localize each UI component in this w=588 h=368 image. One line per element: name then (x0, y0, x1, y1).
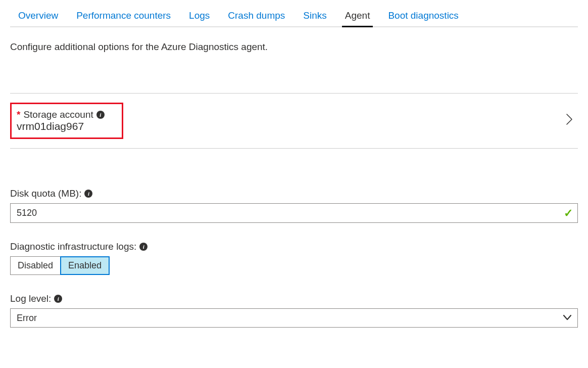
info-icon[interactable]: i (139, 243, 148, 251)
storage-account-label-line: * Storage account i (17, 109, 105, 120)
disk-quota-label: Disk quota (MB): (10, 188, 81, 199)
chevron-right-icon (566, 113, 573, 129)
info-icon[interactable]: i (54, 295, 62, 303)
tab-boot-diagnostics[interactable]: Boot diagnostics (388, 10, 458, 21)
page-description: Configure additional options for the Azu… (10, 41, 578, 53)
info-icon[interactable]: i (96, 111, 105, 119)
tablist: Overview Performance counters Logs Crash… (10, 10, 578, 27)
valid-check-icon: ✓ (564, 207, 573, 220)
diagnostic-logs-field: Diagnostic infrastructure logs: i Disabl… (10, 241, 578, 275)
disk-quota-input[interactable] (10, 203, 578, 223)
storage-account-label: Storage account (23, 109, 93, 120)
log-level-select[interactable]: Error (10, 308, 578, 328)
storage-highlight-box: * Storage account i vrm01diag967 (10, 103, 123, 139)
tab-performance-counters[interactable]: Performance counters (76, 10, 171, 21)
log-level-field: Log level: i Error (10, 293, 578, 328)
info-icon[interactable]: i (84, 190, 92, 198)
diagnostic-logs-label: Diagnostic infrastructure logs: (10, 241, 136, 252)
required-asterisk: * (17, 109, 20, 120)
storage-account-value: vrm01diag967 (17, 120, 105, 132)
tab-sinks[interactable]: Sinks (303, 10, 326, 21)
tab-overview[interactable]: Overview (18, 10, 58, 21)
log-level-label: Log level: (10, 293, 51, 304)
diagnostic-logs-toggle: Disabled Enabled (10, 256, 110, 275)
disk-quota-field: Disk quota (MB): i ✓ (10, 188, 578, 223)
toggle-disabled[interactable]: Disabled (11, 257, 61, 274)
toggle-enabled[interactable]: Enabled (60, 256, 110, 275)
storage-account-row[interactable]: * Storage account i vrm01diag967 (10, 93, 578, 149)
tab-logs[interactable]: Logs (189, 10, 210, 21)
tab-agent[interactable]: Agent (345, 10, 370, 21)
tab-crash-dumps[interactable]: Crash dumps (228, 10, 285, 21)
